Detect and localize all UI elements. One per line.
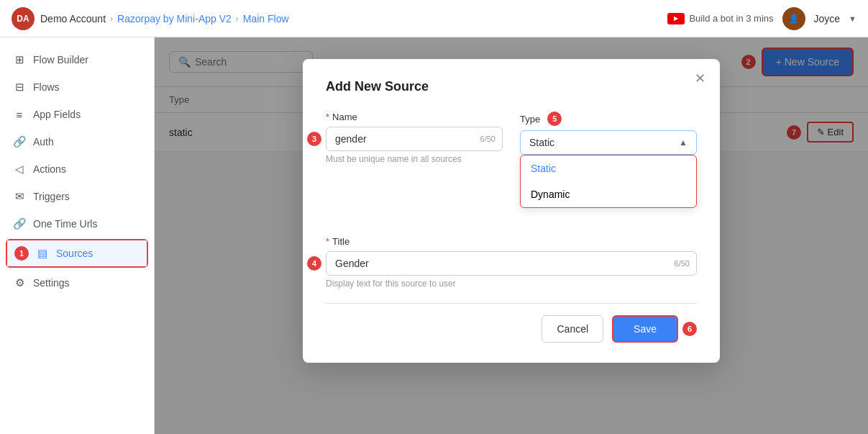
sidebar-label-one-time-urls: One Time Urls — [33, 218, 97, 230]
user-avatar: 👤 — [782, 7, 805, 30]
title-hint: Display text for this source to user — [326, 279, 697, 289]
user-name: Joyce — [814, 13, 841, 24]
auth-icon: 🔗 — [13, 135, 26, 148]
sidebar-label-auth: Auth — [33, 136, 54, 148]
user-dropdown-arrow[interactable]: ▼ — [849, 14, 856, 23]
sidebar-label-actions: Actions — [33, 163, 66, 175]
build-bot-link[interactable]: Build a bot in 3 mins — [667, 13, 773, 24]
save-button[interactable]: Save — [612, 315, 678, 343]
account-avatar: DA — [12, 7, 35, 30]
sidebar-label-triggers: Triggers — [33, 191, 70, 202]
actions-icon: ◁ — [13, 163, 26, 176]
name-required-star: * — [326, 112, 329, 122]
name-char-count: 6/50 — [480, 135, 495, 143]
title-required-star: * — [326, 236, 329, 247]
sidebar-item-flow-builder[interactable]: ⊞ Flow Builder — [0, 46, 154, 73]
type-dropdown[interactable]: Static ▲ — [520, 130, 697, 155]
title-input-wrapper: 4 6/50 — [326, 251, 697, 276]
modal-overlay: Add New Source ✕ * Name 3 6/50 — [155, 37, 868, 434]
title-input[interactable] — [326, 251, 697, 276]
main-layout: ⊞ Flow Builder ⊟ Flows ≡ App Fields 🔗 Au… — [0, 37, 868, 434]
cancel-button[interactable]: Cancel — [542, 315, 603, 343]
dropdown-options-list: Static Dynamic — [520, 155, 697, 208]
step-1-badge: 1 — [14, 246, 29, 261]
sidebar-label-sources: Sources — [56, 248, 93, 259]
modal: Add New Source ✕ * Name 3 6/50 — [303, 59, 720, 363]
name-field-group: * Name 3 6/50 Must be unique name in all… — [326, 112, 503, 164]
option-static-label: Static — [531, 163, 556, 174]
sidebar-label-app-fields: App Fields — [33, 109, 81, 120]
flows-icon: ⊟ — [13, 81, 26, 94]
sidebar-item-triggers[interactable]: ✉ Triggers — [0, 183, 154, 210]
settings-icon: ⚙ — [13, 276, 26, 289]
option-dynamic-label: Dynamic — [531, 189, 570, 200]
sidebar-item-flows[interactable]: ⊟ Flows — [0, 73, 154, 101]
youtube-icon — [667, 13, 685, 24]
sidebar-item-sources[interactable]: 1 ▤ Sources — [7, 240, 147, 266]
sidebar-item-settings[interactable]: ⚙ Settings — [0, 269, 154, 297]
sidebar-item-auth[interactable]: 🔗 Auth — [0, 128, 154, 155]
account-name: Demo Account — [40, 13, 106, 24]
type-dropdown-wrapper: Static ▲ Static Dynamic — [520, 130, 697, 155]
content-area: 🔍 2 + New Source Type static 7 ✎ Edit — [155, 37, 868, 434]
modal-title: Add New Source — [326, 79, 697, 94]
sources-item-wrapper: 1 ▤ Sources — [6, 239, 148, 268]
name-hint: Must be unique name in all sources — [326, 154, 503, 164]
name-label: * Name — [326, 112, 503, 122]
triggers-icon: ✉ — [13, 190, 26, 203]
sidebar: ⊞ Flow Builder ⊟ Flows ≡ App Fields 🔗 Au… — [0, 37, 155, 434]
title-label: * Title — [326, 236, 697, 247]
step-3-badge: 3 — [307, 132, 321, 146]
sidebar-label-flow-builder: Flow Builder — [33, 54, 88, 65]
step-6-badge: 6 — [682, 322, 697, 336]
sidebar-item-app-fields[interactable]: ≡ App Fields — [0, 101, 154, 128]
flow-builder-icon: ⊞ — [13, 53, 26, 66]
save-wrapper: Save 6 — [612, 315, 697, 343]
name-input[interactable] — [326, 127, 503, 151]
breadcrumb-sep-1: › — [110, 14, 113, 24]
topbar: DA Demo Account › Razorpay by Mini-App V… — [0, 0, 868, 37]
step-4-badge: 4 — [307, 256, 321, 271]
form-row-1: * Name 3 6/50 Must be unique name in all… — [326, 112, 697, 164]
modal-divider — [326, 303, 697, 304]
breadcrumb: Demo Account › Razorpay by Mini-App V2 ›… — [40, 13, 289, 24]
app-name: Razorpay by Mini-App V2 — [117, 13, 232, 24]
flow-name: Main Flow — [243, 13, 289, 24]
title-char-count: 6/50 — [675, 259, 690, 268]
sidebar-label-flows: Flows — [33, 81, 60, 93]
topbar-right: Build a bot in 3 mins 👤 Joyce ▼ — [667, 7, 856, 30]
sidebar-item-actions[interactable]: ◁ Actions — [0, 155, 154, 183]
name-input-wrapper: 3 6/50 — [326, 127, 503, 151]
dropdown-option-dynamic[interactable]: Dynamic — [521, 181, 696, 207]
sidebar-label-settings: Settings — [33, 277, 70, 289]
sidebar-item-one-time-urls[interactable]: 🔗 One Time Urls — [0, 210, 154, 238]
type-field-group: Type 5 Static ▲ Static — [520, 112, 697, 164]
dropdown-option-static[interactable]: Static — [521, 155, 696, 181]
app-fields-icon: ≡ — [13, 108, 26, 121]
modal-footer: Cancel Save 6 — [326, 315, 697, 343]
one-time-urls-icon: 🔗 — [13, 217, 26, 230]
type-label-wrapper: Type 5 — [520, 112, 697, 126]
chevron-up-icon: ▲ — [679, 137, 687, 148]
type-dropdown-value: Static — [529, 137, 554, 148]
sources-icon: ▤ — [36, 247, 49, 260]
breadcrumb-sep-2: › — [236, 14, 239, 24]
step-5-badge: 5 — [547, 112, 562, 126]
modal-close-button[interactable]: ✕ — [695, 71, 705, 86]
